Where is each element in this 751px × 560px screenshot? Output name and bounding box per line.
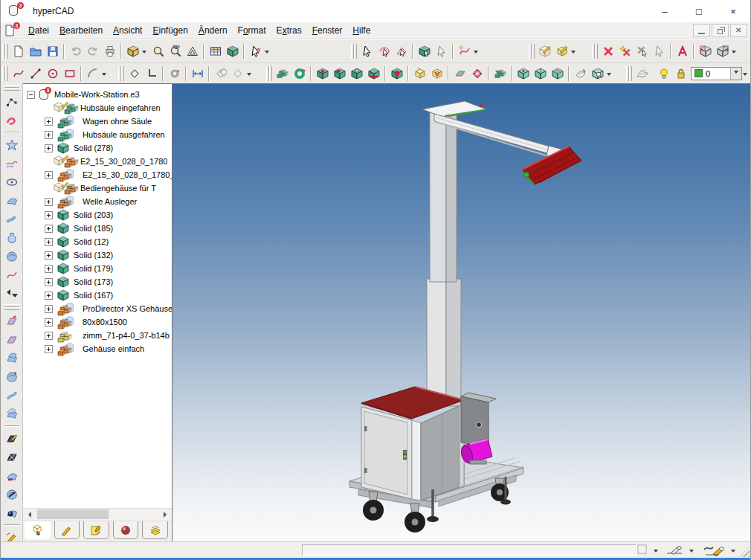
tree-item[interactable]: Solid (173) xyxy=(23,275,172,289)
save-button[interactable] xyxy=(44,43,61,59)
surface-patch-button[interactable] xyxy=(2,191,22,210)
status-dropdown-caret-3[interactable] xyxy=(731,544,735,555)
slice-button[interactable] xyxy=(515,65,532,82)
toolbar-grip[interactable] xyxy=(2,43,8,59)
copy-solid-button[interactable] xyxy=(697,43,714,59)
split-button[interactable] xyxy=(532,65,549,82)
tree-expander[interactable] xyxy=(45,198,53,206)
s-curve-button[interactable] xyxy=(2,265,22,284)
menu-format[interactable]: Format xyxy=(233,24,271,37)
toolbar-grip[interactable] xyxy=(4,85,20,91)
tree-expander[interactable] xyxy=(27,91,35,99)
curve-pen-icon[interactable] xyxy=(703,544,728,556)
viewport-3d[interactable] xyxy=(173,83,750,541)
clamp-button[interactable] xyxy=(166,65,183,82)
box-open-button[interactable] xyxy=(411,65,428,82)
table-button[interactable] xyxy=(207,43,224,59)
polygon-star-button[interactable] xyxy=(2,135,22,154)
redo-button[interactable] xyxy=(84,43,101,59)
revolve-surface-button[interactable] xyxy=(2,367,22,386)
point-diamond-button[interactable] xyxy=(126,65,143,82)
sketch-on-solid-button[interactable] xyxy=(536,43,553,59)
shade-surface-button[interactable] xyxy=(2,503,22,522)
export-model-button[interactable] xyxy=(224,43,241,59)
clamp-surface-button[interactable] xyxy=(2,466,22,485)
annotate-button[interactable] xyxy=(674,43,691,59)
sheet-button[interactable] xyxy=(451,65,468,82)
tree-item-root[interactable]: 3 Mobile-Work-Station.e3 xyxy=(23,88,172,101)
tree-expander[interactable] xyxy=(45,292,53,300)
new-document-button[interactable] xyxy=(10,43,27,59)
tree-expander[interactable] xyxy=(45,278,53,286)
open-button[interactable] xyxy=(27,43,44,59)
layer-combo-dropdown[interactable] xyxy=(730,68,741,80)
status-dropdown-caret-2[interactable] xyxy=(689,544,694,555)
toolbar-grip[interactable] xyxy=(592,43,598,59)
tree-horizontal-scrollbar[interactable] xyxy=(23,508,172,521)
circle-button[interactable] xyxy=(44,65,61,82)
paste-dropdown[interactable] xyxy=(732,51,736,56)
layer-toolbar-dropdown[interactable] xyxy=(743,73,747,78)
menu-bearbeiten[interactable]: Bearbeiten xyxy=(54,24,108,37)
curves-overflow-button[interactable] xyxy=(2,284,22,303)
shaded-view-dropdown[interactable] xyxy=(142,51,146,56)
select-polygon-button[interactable] xyxy=(376,43,393,59)
toolbar-grip[interactable] xyxy=(266,65,272,82)
tree-item[interactable]: Solid (185) xyxy=(23,222,172,235)
tab-layers[interactable] xyxy=(142,521,168,539)
scrollbar-track[interactable] xyxy=(36,509,159,521)
layer-combo[interactable]: 0 xyxy=(691,67,742,80)
maximize-button[interactable]: □ xyxy=(682,0,716,22)
undo-button[interactable] xyxy=(67,43,84,59)
shield-solid-button[interactable] xyxy=(388,65,405,82)
spline-button[interactable] xyxy=(10,65,27,82)
stamp-button[interactable] xyxy=(491,65,509,82)
toolbar-grip[interactable] xyxy=(529,43,535,59)
context-help-dropdown[interactable] xyxy=(265,51,269,56)
toolbar-grip[interactable] xyxy=(626,65,632,82)
tree-expander[interactable] xyxy=(45,238,53,246)
tree-item[interactable]: Bediengehäuse für T xyxy=(23,181,172,195)
print-button[interactable] xyxy=(101,43,118,59)
status-dropdown-caret[interactable] xyxy=(654,544,658,555)
revolve-button[interactable] xyxy=(291,65,308,82)
context-help-button[interactable]: ? xyxy=(247,43,264,59)
tree-expander[interactable] xyxy=(45,305,53,313)
delete-star-button[interactable] xyxy=(616,43,634,59)
tab-structure[interactable] xyxy=(25,521,51,539)
flat-pen-icon[interactable] xyxy=(665,544,685,556)
paste-solid-button[interactable] xyxy=(714,43,731,59)
tree-expander[interactable] xyxy=(45,118,53,126)
tree-expander[interactable] xyxy=(45,144,53,152)
l-profile-button[interactable] xyxy=(143,65,160,82)
blend-surface-button[interactable] xyxy=(2,485,22,503)
loft-surface-button[interactable] xyxy=(2,349,22,367)
tree-expander[interactable] xyxy=(45,131,53,139)
extrude-button[interactable] xyxy=(274,65,291,82)
tab-render[interactable] xyxy=(113,521,139,539)
fillet-dropdown[interactable] xyxy=(102,73,106,78)
tree-expander[interactable] xyxy=(45,332,53,340)
tree-item[interactable]: E2_15_30_028_0_1780 xyxy=(23,155,172,168)
solids-dropdown[interactable] xyxy=(607,73,611,78)
close-button[interactable]: × xyxy=(716,0,750,22)
hatch-button[interactable] xyxy=(212,65,229,82)
scroll-right-arrow[interactable] xyxy=(159,509,172,521)
dimension-button[interactable] xyxy=(189,65,206,82)
tree-item[interactable]: Solid (132) xyxy=(23,248,172,262)
tree-expander[interactable] xyxy=(45,265,53,273)
tree-item[interactable]: Welle Ausleger xyxy=(23,195,172,208)
box-union-button[interactable] xyxy=(428,65,445,82)
status-panel-box-icon[interactable] xyxy=(636,544,648,555)
plane-surface-button[interactable] xyxy=(2,330,22,349)
tree-item[interactable]: Wagen ohne Säule xyxy=(23,115,172,128)
deform-button[interactable] xyxy=(572,65,589,82)
point-polyline-button[interactable] xyxy=(2,92,22,111)
rectangle-button[interactable] xyxy=(61,65,78,82)
shell-button[interactable] xyxy=(549,65,566,82)
tree-item[interactable]: zimm_71-p4-0_37-b14b xyxy=(23,329,172,342)
sketch-dropdown[interactable] xyxy=(571,51,576,56)
sweep-curve-button[interactable] xyxy=(2,111,22,129)
tree-item[interactable]: Solid (167) xyxy=(23,289,172,302)
boss-button[interactable] xyxy=(348,65,365,82)
